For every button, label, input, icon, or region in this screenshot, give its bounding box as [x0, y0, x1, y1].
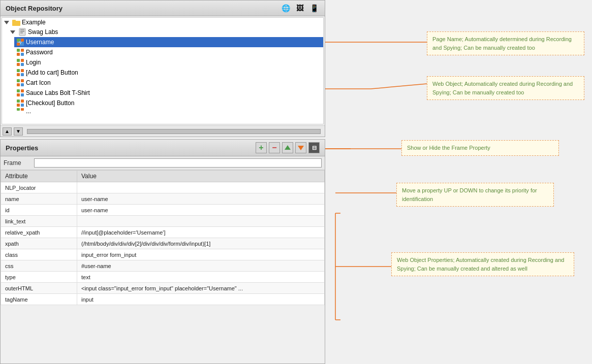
tree-item-login[interactable]: Login [14, 57, 323, 68]
web-icon-login [16, 58, 24, 67]
frame-label: Frame [4, 159, 34, 167]
tree-item-swaglabs[interactable]: Swag Labs [8, 27, 323, 37]
svg-rect-4 [20, 31, 24, 32]
table-row: classinput_error form_input [1, 249, 325, 260]
tree-label-saucelabs: Sauce Labs Bolt T-Shirt [26, 89, 90, 96]
table-row: NLP_locator [1, 182, 325, 193]
image-icon[interactable]: 🖼 [294, 4, 305, 13]
val-cell: input_error form_input [77, 249, 325, 260]
svg-rect-8 [17, 39, 20, 42]
tree-item-more[interactable]: ... [14, 108, 323, 114]
svg-rect-31 [21, 93, 24, 96]
tree-item-saucelabs[interactable]: Sauce Labs Bolt T-Shirt [14, 88, 323, 98]
expand-icon-swaglabs [10, 30, 15, 34]
tree-item-checkout[interactable]: [Checkout] Button [14, 98, 323, 108]
table-row: tagNameinput [1, 294, 325, 305]
svg-rect-33 [21, 100, 24, 103]
tree-item-carticon[interactable]: Cart Icon [14, 78, 323, 88]
attr-cell: NLP_locator [1, 182, 77, 193]
attr-cell: type [1, 272, 77, 283]
scroll-down-btn[interactable]: ▼ [14, 127, 23, 136]
tree-label-password: Password [26, 49, 53, 56]
object-repo-header: Object Repository 🌐 🖼 📱 [1, 1, 325, 16]
svg-rect-36 [17, 108, 20, 111]
table-row: xpath(/html/body/div/div/div[2]/div/div/… [1, 238, 325, 249]
svg-rect-35 [21, 104, 24, 107]
svg-rect-19 [21, 63, 24, 66]
svg-rect-20 [17, 69, 20, 72]
svg-rect-10 [17, 43, 20, 46]
props-toolbar: + − ⊟ [256, 142, 320, 153]
attr-cell: link_text [1, 216, 77, 227]
web-icon-saucelabs [16, 89, 24, 97]
attr-cell: xpath [1, 238, 77, 249]
folder-icon-example [12, 19, 20, 26]
web-icon-carticon [16, 79, 24, 87]
tree-item-addtocart[interactable]: [Add to cart] Button [14, 68, 323, 78]
svg-rect-30 [17, 93, 20, 96]
frame-input[interactable] [34, 158, 322, 168]
tree-item-username[interactable]: w Username [14, 37, 323, 47]
properties-title: Properties [6, 144, 38, 152]
svg-rect-18 [17, 63, 20, 66]
col-header-attribute: Attribute [1, 171, 77, 182]
svg-rect-15 [21, 53, 24, 56]
svg-rect-3 [20, 29, 24, 30]
svg-marker-39 [298, 146, 304, 150]
svg-rect-32 [17, 100, 20, 103]
svg-rect-37 [21, 108, 24, 111]
table-row: relative_xpath//input[@placeholder='User… [1, 227, 325, 238]
properties-panel: Properties + − ⊟ Frame Attribu [0, 139, 325, 364]
move-down-btn[interactable] [295, 142, 306, 153]
scroll-up-btn[interactable]: ▲ [3, 127, 12, 136]
page-icon-swaglabs [18, 28, 26, 36]
svg-rect-13 [21, 49, 24, 52]
globe-icon[interactable]: 🌐 [280, 4, 291, 13]
svg-rect-22 [17, 73, 20, 76]
web-icon-username: w [16, 38, 24, 46]
annotation-frame: Show or Hide the Frame Property [401, 140, 559, 156]
svg-rect-1 [12, 20, 16, 22]
scrollbar-track[interactable] [27, 129, 321, 134]
val-cell [77, 182, 325, 193]
remove-property-btn[interactable]: − [269, 142, 280, 153]
val-cell: text [77, 272, 325, 283]
annotation-page-name: Page Name; Automatically determined duri… [427, 31, 584, 55]
properties-table-container: Attribute Value NLP_locatornameuser-name… [1, 170, 325, 363]
mobile-icon[interactable]: 📱 [308, 4, 320, 13]
web-icon-more [16, 108, 24, 114]
svg-rect-21 [21, 69, 24, 72]
properties-table: Attribute Value NLP_locatornameuser-name… [1, 170, 325, 305]
svg-rect-25 [21, 79, 24, 82]
tree-label-username: Username [26, 39, 54, 46]
tree-item-example[interactable]: Example [2, 18, 323, 27]
table-row: css#user-name [1, 260, 325, 272]
web-icon-addtocart [16, 69, 24, 77]
add-property-btn[interactable]: + [256, 142, 267, 153]
object-repo-title: Object Repository [6, 5, 63, 12]
svg-rect-16 [17, 59, 20, 62]
properties-header: Properties + − ⊟ [1, 140, 325, 156]
attr-cell: name [1, 193, 77, 205]
table-row: link_text [1, 216, 325, 227]
col-header-value: Value [77, 171, 325, 182]
svg-marker-38 [285, 145, 291, 150]
frame-toggle-btn[interactable]: ⊟ [308, 142, 320, 153]
web-icon-password [16, 48, 24, 56]
tree-label-carticon: Cart Icon [26, 79, 51, 86]
tree-label-swaglabs: Swag Labs [28, 28, 58, 36]
svg-rect-28 [17, 89, 20, 92]
svg-rect-5 [20, 32, 23, 34]
attr-cell: tagName [1, 294, 77, 305]
tree-scroll[interactable]: Example Swag Labs [2, 18, 323, 124]
svg-line-43 [371, 84, 427, 89]
table-row: iduser-name [1, 205, 325, 216]
val-cell: user-name [77, 193, 325, 205]
svg-rect-12 [17, 49, 20, 52]
right-annotation-panel: Page Name; Automatically determined duri… [325, 0, 592, 364]
tree-item-password[interactable]: Password [14, 47, 323, 57]
move-up-btn[interactable] [282, 142, 293, 153]
val-cell: //input[@placeholder='Username'] [77, 227, 325, 238]
tree-label-addtocart: [Add to cart] Button [26, 69, 78, 76]
tree-label-more: ... [26, 108, 31, 114]
